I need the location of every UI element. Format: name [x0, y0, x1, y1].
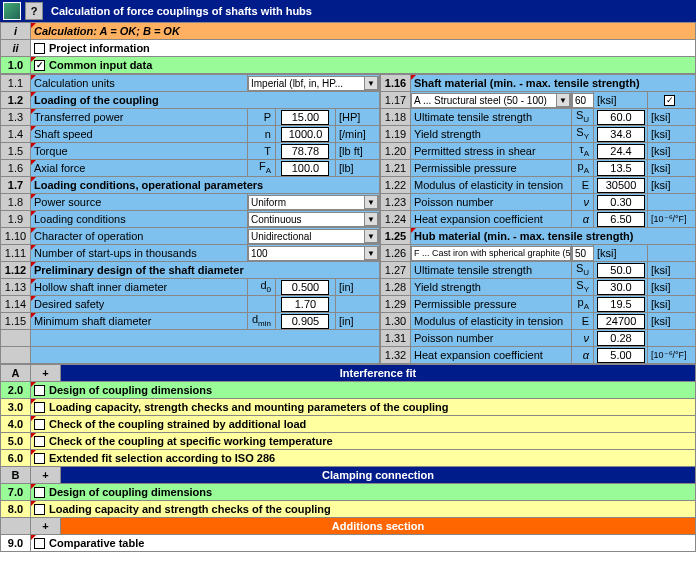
unit: [ksi]	[648, 262, 696, 279]
section-letter-b: B	[1, 467, 31, 484]
label: Ultimate tensile strength	[411, 109, 572, 126]
tau-input[interactable]: 24.4	[597, 144, 645, 159]
sy-input[interactable]: 34.8	[597, 127, 645, 142]
power-source-select[interactable]: Uniform▼	[248, 195, 379, 210]
sec-2[interactable]: Design of coupling dimensions	[31, 382, 696, 399]
sec-8[interactable]: Loading capacity and strength checks of …	[31, 501, 696, 518]
inner-dia-input[interactable]: 0.500	[281, 280, 329, 295]
units-select[interactable]: Imperial (lbf, in, HP...▼	[248, 76, 379, 91]
sec-4[interactable]: Check of the coupling strained by additi…	[31, 416, 696, 433]
row-num: 1.6	[1, 160, 31, 177]
sy2-input[interactable]: 30.0	[597, 280, 645, 295]
row-num: 1.18	[381, 109, 411, 126]
expand-button[interactable]: +	[31, 518, 61, 535]
subheader: Loading conditions, operational paramete…	[31, 177, 380, 194]
hub-strength-select[interactable]: 50▼	[572, 246, 594, 261]
row-num: 1.1	[1, 75, 31, 92]
unit: [ksi]	[648, 177, 696, 194]
symbol: d0	[247, 279, 275, 296]
symbol: E	[572, 177, 594, 194]
expand-button[interactable]: +	[31, 365, 61, 382]
project-info-toggle[interactable]: Project information	[31, 40, 696, 57]
pa-input[interactable]: 13.5	[597, 161, 645, 176]
app-icon	[3, 2, 21, 20]
sec-5[interactable]: Check of the coupling at specific workin…	[31, 433, 696, 450]
section-common-input[interactable]: Common input data	[31, 57, 696, 74]
unchecked-icon	[34, 487, 45, 498]
su2-input[interactable]: 50.0	[597, 263, 645, 278]
chevron-down-icon: ▼	[364, 212, 378, 226]
safety-input[interactable]: 1.70	[281, 297, 329, 312]
unit: [ksi]	[594, 245, 648, 262]
startups-select[interactable]: 100▼	[248, 246, 379, 261]
sec-3[interactable]: Loading capacity, strength checks and mo…	[31, 399, 696, 416]
row-num: 4.0	[1, 416, 31, 433]
speed-input[interactable]: 1000.0	[281, 127, 329, 142]
symbol: n	[247, 126, 275, 143]
row-num: 7.0	[1, 484, 31, 501]
shaft-material-select[interactable]: A ... Structural steel (50 - 100)▼	[411, 93, 571, 108]
label: Permissible pressure	[411, 296, 572, 313]
alpha2-input[interactable]: 5.00	[597, 348, 645, 363]
title-bar: ? Calculation of force couplings of shaf…	[0, 0, 696, 22]
power-input[interactable]: 15.00	[281, 110, 329, 125]
label: Ultimate tensile strength	[411, 262, 572, 279]
chevron-down-icon: ▼	[364, 246, 378, 260]
hub-material-select[interactable]: F ... Cast iron with spherical graphite …	[411, 246, 571, 261]
row-num: 1.7	[1, 177, 31, 194]
chevron-down-icon: ▼	[364, 229, 378, 243]
help-button[interactable]: ?	[25, 2, 43, 20]
row-num-i: i	[1, 23, 31, 40]
unit: [lb ft]	[335, 143, 379, 160]
section-interference: Interference fit	[61, 365, 696, 382]
expand-button[interactable]: +	[31, 467, 61, 484]
nu2-input[interactable]: 0.28	[597, 331, 645, 346]
label: Shaft speed	[31, 126, 248, 143]
chevron-down-icon: ▼	[364, 195, 378, 209]
row-num: 1.5	[1, 143, 31, 160]
symbol: FA	[247, 160, 275, 177]
row-num: 1.2	[1, 92, 31, 109]
row-num: 1.23	[381, 194, 411, 211]
row-num: 1.12	[1, 262, 31, 279]
row-num: 1.10	[1, 228, 31, 245]
unchecked-icon	[34, 419, 45, 430]
operation-select[interactable]: Unidirectional▼	[248, 229, 379, 244]
e2-input[interactable]: 24700	[597, 314, 645, 329]
main-grid: i Calculation: A = OK; B = OK ii Project…	[0, 22, 696, 74]
pa2-input[interactable]: 19.5	[597, 297, 645, 312]
row-num: 1.22	[381, 177, 411, 194]
symbol: T	[247, 143, 275, 160]
sec-7[interactable]: Design of coupling dimensions	[31, 484, 696, 501]
symbol: pA	[572, 160, 594, 177]
shaft-strength-select[interactable]: 60▼	[572, 93, 594, 108]
row-num: 1.21	[381, 160, 411, 177]
row-num: 1.29	[381, 296, 411, 313]
row-num: 5.0	[1, 433, 31, 450]
label: Permissible pressure	[411, 160, 572, 177]
app-title: Calculation of force couplings of shafts…	[51, 5, 312, 17]
symbol: ν	[572, 330, 594, 347]
row-num: 1.15	[1, 313, 31, 330]
unit: [in]	[335, 313, 379, 330]
check-icon[interactable]	[664, 95, 675, 106]
unit: [ksi]	[648, 126, 696, 143]
label: Modulus of elasticity in tension	[411, 313, 572, 330]
sec-6[interactable]: Extended fit selection according to ISO …	[31, 450, 696, 467]
row-num: 2.0	[1, 382, 31, 399]
unit: [ksi]	[648, 109, 696, 126]
row-num: 1.17	[381, 92, 411, 109]
sec-9[interactable]: Comparative table	[31, 535, 696, 552]
axial-input[interactable]: 100.0	[281, 161, 329, 176]
nu-input[interactable]: 0.30	[597, 195, 645, 210]
loading-cond-select[interactable]: Continuous▼	[248, 212, 379, 227]
unit: [HP]	[335, 109, 379, 126]
e-input[interactable]: 30500	[597, 178, 645, 193]
su-input[interactable]: 60.0	[597, 110, 645, 125]
label: Torque	[31, 143, 248, 160]
row-num-ii: ii	[1, 40, 31, 57]
symbol: SU	[572, 109, 594, 126]
alpha-input[interactable]: 6.50	[597, 212, 645, 227]
label: Desired safety	[31, 296, 248, 313]
unit: [ksi]	[648, 296, 696, 313]
